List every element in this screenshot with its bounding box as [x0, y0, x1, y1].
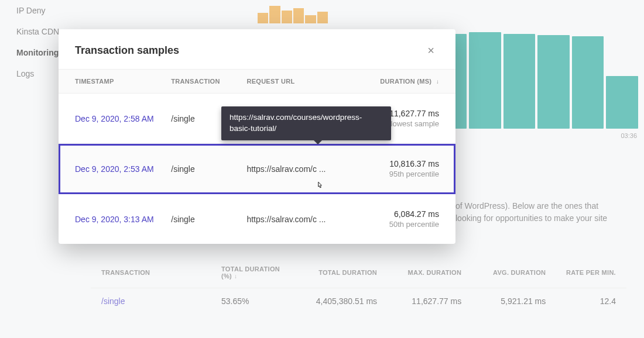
url-tooltip: https://salrav.com/courses/wordpress-bas… [221, 106, 391, 140]
modal-table-header: TIMESTAMP TRANSACTION REQUEST URL DURATI… [59, 69, 455, 94]
th-timestamp[interactable]: TIMESTAMP [75, 78, 171, 85]
chart-xlabel: 03:36 [621, 132, 637, 139]
th-duration[interactable]: DURATION (MS) ↓ [350, 78, 439, 85]
sidebar-item-ip-deny[interactable]: IP Deny [16, 0, 88, 21]
chart-bar [606, 76, 638, 129]
timestamp-link[interactable]: Dec 9, 2020, 2:53 AM [75, 164, 171, 174]
modal-title: Transaction samples [75, 44, 179, 57]
th-transaction[interactable]: TRANSACTION [101, 269, 215, 276]
duration-sub: 50th percentile [350, 220, 439, 229]
chart-bar [469, 32, 501, 129]
th-transaction[interactable]: TRANSACTION [171, 78, 246, 85]
transaction-cell: /single [171, 164, 246, 174]
table-row[interactable]: /single 53.65% 4,405,380.51 ms 11,627.77… [91, 288, 626, 314]
sort-desc-icon: ↓ [436, 78, 439, 85]
chart-bar [537, 35, 570, 129]
th-max-dur[interactable]: MAX. DURATION [383, 269, 461, 276]
th-avg-dur[interactable]: AVG. DURATION [467, 269, 546, 276]
close-button[interactable]: × [423, 42, 439, 58]
th-rate[interactable]: RATE PER MIN. [551, 269, 616, 276]
th-request-url[interactable]: REQUEST URL [246, 78, 350, 85]
duration-value: 10,816.37 ms [350, 159, 439, 168]
timestamp-link[interactable]: Dec 9, 2020, 3:13 AM [75, 215, 171, 224]
close-icon: × [427, 44, 434, 57]
request-url-cell: https://salrav.com/c ... [246, 164, 350, 174]
transaction-link[interactable]: /single [101, 296, 215, 306]
th-total-pct[interactable]: TOTAL DURATION (%)↓ [221, 265, 286, 280]
sample-row[interactable]: Dec 9, 2020, 3:13 AM /single https://sal… [59, 194, 455, 244]
timestamp-link[interactable]: Dec 9, 2020, 2:58 AM [75, 114, 171, 123]
sort-desc-icon: ↓ [234, 273, 237, 280]
duration-value: 6,084.27 ms [350, 209, 439, 219]
transactions-table: TRANSACTION TOTAL DURATION (%)↓ TOTAL DU… [91, 257, 626, 314]
sample-row[interactable]: Dec 9, 2020, 2:53 AM /single https://sal… [59, 144, 455, 194]
background-description: of WordPress). Below are the ones that l… [455, 200, 628, 225]
transaction-cell: /single [171, 215, 246, 224]
chart-bar [503, 34, 536, 129]
chart-bar [572, 36, 604, 129]
duration-sub: 95th percentile [350, 170, 439, 178]
pointer-cursor-icon [314, 180, 325, 192]
th-total-dur[interactable]: TOTAL DURATION [292, 269, 377, 276]
request-url-cell: https://salrav.com/c ... [246, 215, 350, 224]
